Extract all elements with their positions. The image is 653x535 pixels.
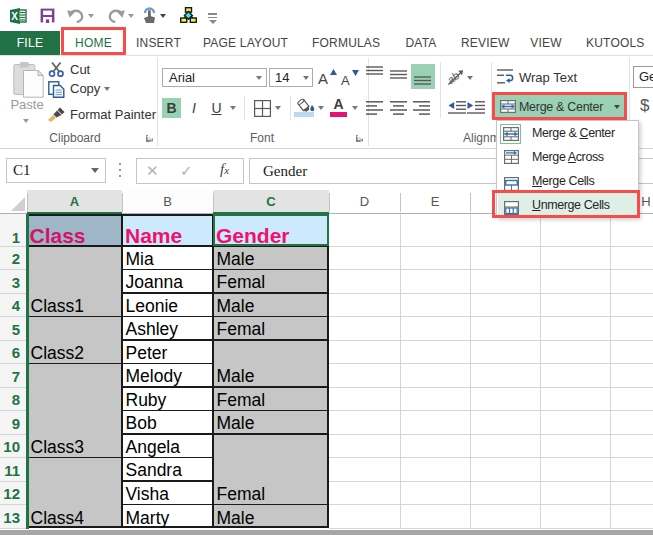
svg-text:X: X xyxy=(11,11,18,22)
